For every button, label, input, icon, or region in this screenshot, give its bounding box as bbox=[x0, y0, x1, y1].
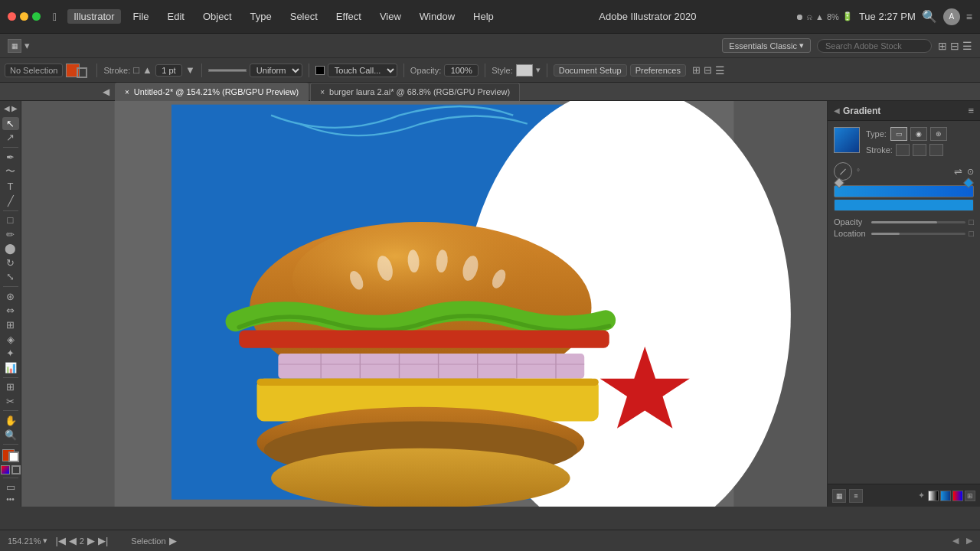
tab-close-icon-2[interactable]: × bbox=[320, 88, 325, 96]
spotlight-button[interactable]: 🔍 bbox=[922, 9, 937, 24]
fill-color[interactable] bbox=[66, 63, 87, 78]
tab-untitled[interactable]: × Untitled-2* @ 154.21% (RGB/GPU Preview… bbox=[115, 83, 309, 101]
tool-paintbrush[interactable]: ✏ bbox=[2, 228, 19, 241]
gradient-linear-btn[interactable]: ▭ bbox=[890, 127, 907, 141]
menu-illustrator[interactable]: Illustrator bbox=[67, 9, 120, 24]
gradient-preset-2[interactable] bbox=[940, 491, 951, 501]
first-page-btn[interactable]: |◀ bbox=[55, 535, 65, 546]
tool-scale[interactable]: ⤡ bbox=[2, 271, 19, 284]
menu-effect[interactable]: Effect bbox=[330, 9, 368, 24]
gradient-more-btn[interactable]: ⊞ bbox=[965, 491, 975, 501]
dropdown-arrow[interactable]: ▾ bbox=[24, 40, 30, 51]
tool-line[interactable]: ╱ bbox=[2, 194, 19, 207]
menu-type[interactable]: Type bbox=[244, 9, 278, 24]
gradient-bar[interactable] bbox=[834, 185, 974, 197]
style-dropdown[interactable]: ▾ bbox=[536, 65, 541, 75]
doc-setup-button[interactable]: Document Setup bbox=[554, 64, 627, 77]
expand-right-btn[interactable]: ▶ bbox=[11, 104, 18, 112]
fill-stroke-indicator[interactable] bbox=[2, 449, 19, 462]
tool-expand-icon[interactable]: ▶ bbox=[169, 535, 177, 546]
more-options-icon[interactable]: ☰ bbox=[715, 64, 725, 77]
tool-pen[interactable]: ✒ bbox=[2, 151, 19, 164]
stroke-type-select[interactable]: Uniform bbox=[250, 64, 302, 77]
collapse-left-btn[interactable]: ◀ bbox=[4, 104, 10, 112]
panel-collapse-icon[interactable]: ◀ bbox=[834, 106, 840, 115]
align-icon[interactable]: ⊟ bbox=[950, 40, 959, 52]
tool-zoom[interactable]: 🔍 bbox=[2, 429, 19, 442]
align-right-icon[interactable]: ⊟ bbox=[704, 64, 712, 76]
touch-select[interactable]: Touch Call... bbox=[328, 64, 397, 77]
prev-page-btn[interactable]: ◀ bbox=[69, 535, 77, 546]
tool-slice[interactable]: ✂ bbox=[2, 395, 19, 408]
zoom-dropdown[interactable]: ▾ bbox=[43, 536, 47, 546]
minimize-button[interactable] bbox=[20, 12, 28, 21]
gradient-swatch[interactable] bbox=[834, 127, 860, 153]
angle-indicator[interactable] bbox=[834, 162, 852, 181]
tool-width[interactable]: ⇔ bbox=[2, 305, 19, 318]
menu-edit[interactable]: Edit bbox=[162, 9, 191, 24]
gradient-preset-1[interactable] bbox=[928, 491, 939, 501]
menu-window[interactable]: Window bbox=[413, 9, 461, 24]
gradient-swatch-btn[interactable]: ▦ bbox=[832, 489, 846, 503]
essentials-dropdown[interactable]: Essentials Classic ▾ bbox=[722, 38, 811, 53]
stock-search-input[interactable] bbox=[817, 39, 932, 53]
menu-view[interactable]: View bbox=[374, 9, 407, 24]
stroke-style-preview[interactable] bbox=[208, 69, 247, 72]
tool-artboard[interactable]: ⊞ bbox=[2, 380, 19, 393]
menu-help[interactable]: Help bbox=[467, 9, 500, 24]
menu-select[interactable]: Select bbox=[284, 9, 324, 24]
close-button[interactable] bbox=[8, 12, 16, 21]
last-page-btn[interactable]: ▶| bbox=[98, 535, 108, 546]
next-page-btn[interactable]: ▶ bbox=[87, 535, 95, 546]
gradient-fill-icon[interactable] bbox=[1, 465, 10, 474]
traffic-lights[interactable] bbox=[8, 12, 41, 21]
menu-file[interactable]: File bbox=[127, 9, 155, 24]
control-strip-icon[interactable]: ≡ bbox=[966, 11, 972, 23]
gradient-library-btn[interactable]: ≡ bbox=[849, 489, 863, 503]
tool-free-transform[interactable]: ⊞ bbox=[2, 318, 19, 331]
no-fill-icon[interactable] bbox=[11, 465, 21, 474]
stroke-option-1[interactable] bbox=[896, 144, 910, 156]
user-avatar[interactable]: A bbox=[943, 8, 960, 25]
gradient-preset-3[interactable] bbox=[952, 491, 963, 501]
snap-icon[interactable]: ⊙ bbox=[967, 167, 974, 177]
tab-close-icon[interactable]: × bbox=[125, 88, 129, 96]
stroke-down-icon[interactable]: ▼ bbox=[185, 64, 195, 76]
preferences-button[interactable]: Preferences bbox=[630, 64, 686, 77]
zoom-control[interactable]: 154.21% ▾ bbox=[8, 536, 47, 546]
stroke-color-box[interactable]: □ bbox=[133, 64, 139, 76]
tab-burger[interactable]: × burger laura 2.ai* @ 68.8% (RGB/GPU Pr… bbox=[310, 83, 520, 101]
menu-icon[interactable]: ☰ bbox=[962, 40, 972, 52]
gradient-radial-btn[interactable]: ◉ bbox=[910, 127, 927, 141]
tool-blob-brush[interactable]: ⬤ bbox=[2, 243, 19, 256]
tool-graph[interactable]: 📊 bbox=[2, 361, 19, 374]
stroke-option-2[interactable] bbox=[913, 144, 926, 156]
tool-rectangle[interactable]: □ bbox=[2, 214, 19, 227]
more-tools-btn[interactable]: ••• bbox=[6, 495, 15, 504]
fullscreen-button[interactable] bbox=[32, 12, 41, 21]
tabs-left-btn[interactable]: ◀ bbox=[100, 86, 112, 98]
tool-text[interactable]: T bbox=[2, 180, 19, 193]
brush-color[interactable] bbox=[315, 66, 325, 75]
add-gradient-btn[interactable]: ✦ bbox=[918, 491, 925, 500]
tool-direct-selection[interactable]: ↗ bbox=[2, 132, 19, 145]
tool-curvature[interactable]: 〜 bbox=[2, 165, 19, 178]
tool-hand[interactable]: ✋ bbox=[2, 414, 19, 427]
location-slider[interactable] bbox=[871, 233, 965, 235]
tool-change-screen[interactable]: ▭ bbox=[2, 481, 19, 494]
panel-expand-icon[interactable]: ≡ bbox=[968, 105, 974, 116]
scroll-right-btn[interactable]: ▶ bbox=[966, 536, 972, 546]
arrange-icon[interactable]: ⊞ bbox=[938, 40, 947, 52]
menu-object[interactable]: Object bbox=[197, 9, 238, 24]
tool-warp[interactable]: ⊛ bbox=[2, 290, 19, 303]
view-mode-icon[interactable]: ▦ bbox=[8, 39, 21, 53]
stroke-width-input[interactable]: 1 pt bbox=[155, 64, 182, 77]
gradient-freeform-btn[interactable]: ⊛ bbox=[930, 127, 947, 141]
opacity-input[interactable] bbox=[444, 64, 479, 77]
style-preview[interactable] bbox=[516, 64, 533, 77]
stroke-option-3[interactable] bbox=[929, 144, 943, 156]
opacity-slider[interactable] bbox=[871, 221, 965, 223]
arrange-icon2[interactable]: ⊞ bbox=[692, 64, 701, 76]
stroke-up-icon[interactable]: ▲ bbox=[142, 64, 152, 76]
tool-eyedropper[interactable]: ✦ bbox=[2, 347, 19, 360]
